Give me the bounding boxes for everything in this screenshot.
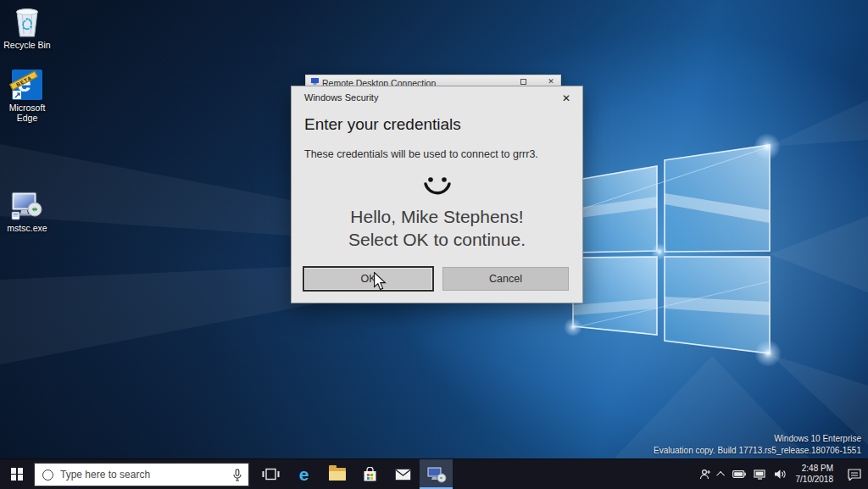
taskbar: e bbox=[0, 458, 868, 489]
recycle-bin-label: Recycle Bin bbox=[0, 40, 54, 50]
recycle-bin-icon bbox=[0, 5, 54, 37]
taskbar-store-button[interactable] bbox=[353, 459, 387, 489]
taskbar-file-explorer-button[interactable] bbox=[320, 459, 353, 489]
dialog-heading: Enter your credentials bbox=[304, 115, 570, 134]
clock-time: 2:48 PM bbox=[796, 464, 834, 475]
cortana-icon bbox=[42, 470, 53, 481]
action-center-icon[interactable] bbox=[848, 469, 861, 481]
desktop-icon-mstsc[interactable]: mstsc.exe bbox=[0, 192, 54, 233]
edge-label: Microsoft Edge bbox=[0, 103, 54, 123]
task-view-button[interactable] bbox=[254, 459, 287, 489]
edge-taskbar-icon: e bbox=[299, 465, 309, 483]
file-explorer-icon bbox=[329, 468, 346, 481]
taskbar-mail-button[interactable] bbox=[387, 459, 420, 489]
remote-desktop-connection-window[interactable]: Remote Desktop Connection ✕ bbox=[305, 75, 561, 86]
microphone-icon[interactable] bbox=[233, 469, 242, 481]
dialog-title: Windows Security bbox=[304, 92, 378, 103]
taskbar-rdp-button[interactable] bbox=[420, 459, 453, 489]
windows-logo-icon bbox=[11, 468, 24, 481]
mail-icon bbox=[395, 469, 411, 481]
rdp-maximize-icon[interactable] bbox=[520, 79, 526, 85]
battery-icon[interactable] bbox=[732, 470, 746, 478]
shortcut-arrow-icon bbox=[13, 91, 21, 99]
greeting-text: Hello, Mike Stephens! Select OK to conti… bbox=[292, 206, 582, 252]
volume-icon[interactable] bbox=[774, 469, 787, 480]
search-input[interactable] bbox=[60, 469, 226, 481]
rdp-window-icon bbox=[311, 78, 319, 85]
people-icon[interactable] bbox=[699, 469, 711, 480]
store-icon bbox=[363, 467, 377, 482]
dialog-subtext: These credentials will be used to connec… bbox=[304, 148, 570, 160]
desktop-screen: Recycle Bin e BETA Microsoft Edge bbox=[0, 0, 868, 489]
taskbar-search-box[interactable] bbox=[34, 463, 249, 486]
desktop-icon-microsoft-edge[interactable]: e BETA Microsoft Edge bbox=[0, 69, 54, 123]
start-button[interactable] bbox=[0, 459, 34, 489]
network-icon[interactable] bbox=[754, 470, 766, 480]
cancel-button[interactable]: Cancel bbox=[442, 267, 569, 291]
desktop-icon-recycle-bin[interactable]: Recycle Bin bbox=[0, 5, 54, 50]
rdp-close-icon[interactable]: ✕ bbox=[542, 77, 560, 86]
watermark-line2: Evaluation copy. Build 17713.rs5_release… bbox=[654, 445, 861, 457]
mstsc-label: mstsc.exe bbox=[0, 223, 54, 233]
mstsc-icon bbox=[0, 192, 54, 220]
edge-icon: e BETA bbox=[12, 69, 42, 100]
greeting-line2: Select OK to continue. bbox=[292, 229, 582, 252]
task-view-icon bbox=[262, 468, 280, 481]
ok-button[interactable]: OK bbox=[303, 266, 434, 292]
evaluation-watermark: Windows 10 Enterprise Evaluation copy. B… bbox=[654, 433, 861, 457]
taskbar-edge-button[interactable]: e bbox=[287, 459, 320, 489]
clock-date: 7/10/2018 bbox=[796, 475, 834, 486]
windows-security-dialog: Windows Security ✕ Enter your credential… bbox=[291, 86, 583, 303]
dialog-close-icon[interactable]: ✕ bbox=[559, 92, 574, 104]
rdp-taskbar-icon bbox=[426, 466, 447, 483]
smiley-icon bbox=[292, 175, 582, 199]
watermark-line1: Windows 10 Enterprise bbox=[654, 433, 861, 445]
taskbar-clock[interactable]: 2:48 PM 7/10/2018 bbox=[796, 464, 834, 485]
greeting-line1: Hello, Mike Stephens! bbox=[292, 206, 582, 229]
tray-chevron-up-icon[interactable] bbox=[719, 471, 725, 477]
